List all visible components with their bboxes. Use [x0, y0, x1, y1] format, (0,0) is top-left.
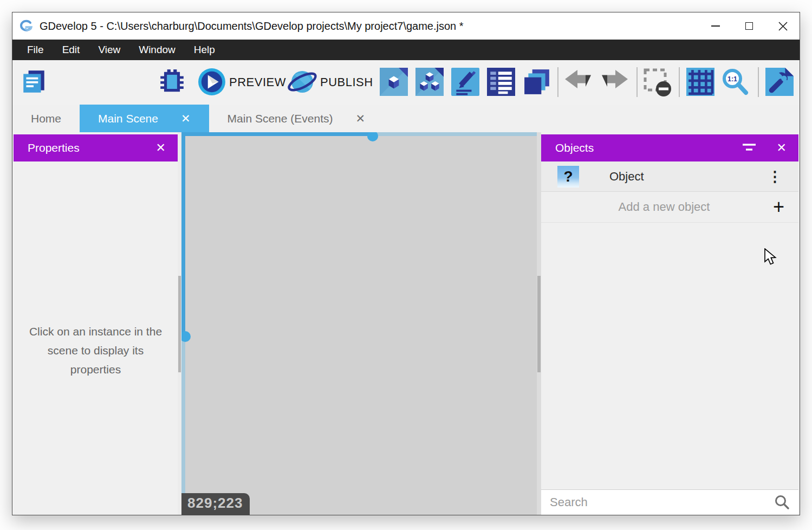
close-button[interactable]: [766, 12, 800, 40]
objects-panel-header: Objects ✕: [541, 134, 798, 161]
publish-button[interactable]: [287, 68, 318, 96]
menu-view[interactable]: View: [90, 40, 128, 60]
edit-objects-icon: [415, 68, 444, 96]
objects-search-input[interactable]: [550, 495, 774, 509]
gdevelop-logo-icon: [19, 19, 35, 34]
grid-icon: [686, 68, 714, 96]
canvas-right-scroll-thumb[interactable]: [537, 276, 541, 372]
wrench-icon: [765, 68, 794, 96]
properties-empty-message: Click on an instance in the scene to dis…: [25, 322, 167, 379]
objects-panel: Objects ✕ ? Object ⋮ Add a new object +: [541, 132, 798, 515]
mouse-cursor: [764, 248, 778, 266]
publish-label[interactable]: PUBLISH: [320, 60, 373, 105]
pencil-edit-icon: [451, 68, 479, 96]
edit-scene-variables-button[interactable]: [451, 68, 479, 96]
canvas-vertical-scroll-track[interactable]: [181, 337, 185, 515]
scene-properties-button[interactable]: [765, 68, 794, 96]
layers-icon: [523, 68, 551, 96]
add-object-plus-icon[interactable]: +: [773, 197, 784, 217]
properties-panel-header: Properties ✕: [14, 134, 178, 161]
deselect-icon: [643, 68, 672, 97]
maximize-icon: [745, 22, 753, 30]
properties-panel-body: Click on an instance in the scene to dis…: [14, 161, 178, 515]
properties-panel-title: Properties: [28, 141, 80, 154]
object-list-item[interactable]: ? Object ⋮: [541, 161, 798, 192]
tab-main-scene-events[interactable]: Main Scene (Events) ✕: [209, 105, 384, 132]
canvas-horizontal-scroll-filled[interactable]: [181, 132, 373, 136]
properties-panel: Properties ✕ Click on an instance in the…: [14, 132, 178, 515]
toolbar-separator: [679, 67, 680, 97]
preview-play-icon: [198, 68, 226, 96]
toolbar-separator: [557, 67, 558, 97]
tab-main-scene[interactable]: Main Scene ✕: [80, 105, 209, 132]
edit-scene-button[interactable]: [380, 68, 408, 96]
toolbar-separator: [758, 67, 759, 97]
canvas-left-scroll-thumb[interactable]: [178, 276, 181, 372]
window-title: GDevelop 5 - C:\Users\charburg\Documents…: [40, 20, 464, 33]
minimize-icon: [711, 25, 720, 27]
tab-home[interactable]: Home: [12, 105, 80, 132]
redo-icon: [601, 68, 629, 96]
main-content: Properties ✕ Click on an instance in the…: [12, 132, 800, 515]
tab-label: Home: [31, 112, 61, 125]
edit-objects-button[interactable]: [415, 68, 444, 96]
preview-button[interactable]: [198, 68, 226, 96]
layers-button[interactable]: [523, 68, 551, 96]
publish-globe-icon: [287, 68, 318, 96]
scene-editor-canvas[interactable]: 829;223: [181, 132, 537, 515]
object-name: Object: [609, 170, 644, 184]
cursor-coordinates-badge: 829;223: [181, 493, 250, 515]
canvas-vertical-scroll-handle[interactable]: [181, 331, 191, 342]
toolbar: PREVIEW PUBLISH: [12, 60, 800, 105]
canvas-horizontal-scroll-handle[interactable]: [367, 132, 378, 141]
zoom-original-button[interactable]: 1:1: [721, 68, 749, 96]
events-sheet-icon: [487, 68, 515, 96]
tab-bar: Home Main Scene ✕ Main Scene (Events) ✕: [12, 105, 800, 132]
close-icon: [778, 22, 788, 31]
toggle-grid-button[interactable]: [686, 68, 714, 96]
close-panel-icon[interactable]: ✕: [156, 141, 166, 155]
close-panel-icon[interactable]: ✕: [777, 141, 787, 155]
debugger-icon: [158, 68, 186, 96]
filter-icon[interactable]: [742, 143, 756, 153]
redo-button[interactable]: [601, 68, 629, 96]
maximize-button[interactable]: [732, 12, 766, 40]
undo-button[interactable]: [564, 68, 592, 96]
objects-search-bar: [541, 489, 798, 515]
clear-selection-button[interactable]: [643, 68, 672, 97]
menu-edit[interactable]: Edit: [54, 40, 88, 60]
debugger-button[interactable]: [158, 68, 186, 96]
tab-close-icon[interactable]: ✕: [355, 112, 365, 125]
svg-text:1:1: 1:1: [727, 75, 737, 83]
edit-scene-icon: [380, 68, 408, 96]
canvas-horizontal-scroll-track[interactable]: [373, 132, 537, 136]
add-object-row[interactable]: Add a new object +: [541, 192, 798, 223]
object-menu-kebab-icon[interactable]: ⋮: [768, 168, 782, 185]
object-thumbnail-icon: ?: [557, 166, 579, 188]
menu-window[interactable]: Window: [131, 40, 184, 60]
objects-panel-empty-area: [541, 223, 798, 489]
project-manager-button[interactable]: [20, 68, 48, 96]
preview-label[interactable]: PREVIEW: [229, 60, 286, 105]
tab-label: Main Scene (Events): [228, 112, 333, 125]
menu-file[interactable]: File: [19, 40, 52, 60]
undo-icon: [564, 68, 592, 96]
search-icon[interactable]: [774, 494, 790, 510]
zoom-1-1-icon: 1:1: [721, 68, 749, 96]
tab-close-icon[interactable]: ✕: [181, 112, 191, 125]
tab-label: Main Scene: [98, 112, 158, 125]
open-events-button[interactable]: [487, 68, 515, 96]
add-object-label: Add a new object: [555, 200, 773, 214]
toolbar-separator: [636, 67, 638, 97]
canvas-right-scroll-track[interactable]: [537, 132, 541, 515]
title-bar: GDevelop 5 - C:\Users\charburg\Documents…: [12, 12, 800, 40]
canvas-vertical-scroll-filled[interactable]: [181, 132, 185, 337]
objects-panel-title: Objects: [555, 141, 594, 154]
menu-bar: File Edit View Window Help: [12, 40, 800, 60]
minimize-button[interactable]: [699, 12, 732, 40]
menu-help[interactable]: Help: [186, 40, 223, 60]
canvas-left-scroll-track[interactable]: [178, 132, 181, 515]
project-manager-icon: [20, 68, 48, 96]
app-window: GDevelop 5 - C:\Users\charburg\Documents…: [12, 12, 800, 515]
